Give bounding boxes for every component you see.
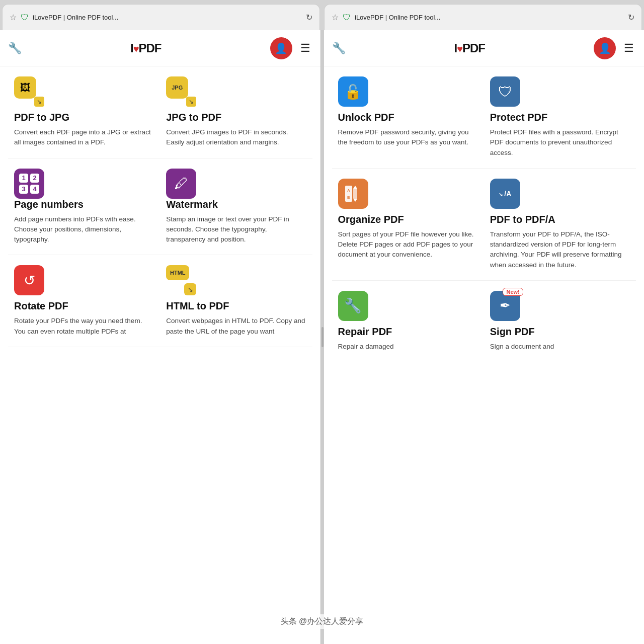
wrench-icon-left: 🔧 [8, 42, 22, 55]
organize-icon: A B [338, 179, 368, 209]
shield-icon-left: 🛡 [21, 13, 29, 22]
jpg-arrow: ↘ [186, 97, 196, 107]
menu-icon-left[interactable]: ☰ [298, 40, 312, 57]
tool-organize-pdf[interactable]: A B Organize PDF Sort pages of your PDF … [332, 169, 484, 281]
tool-desc-pdf-to-jpg: Convert each PDF page into a JPG or extr… [14, 127, 154, 148]
menu-icon-right[interactable]: ☰ [622, 40, 636, 57]
tab-left[interactable]: ☆ 🛡 iLovePDF | Online PDF tool... ↻ [2, 4, 320, 30]
tab-title-left: iLovePDF | Online PDF tool... [33, 14, 302, 21]
browser-tabs: ☆ 🛡 iLovePDF | Online PDF tool... ↻ ☆ 🛡 … [0, 0, 644, 30]
logo-right: I♥PDF [352, 41, 588, 55]
shield-icon-right: 🛡 [343, 13, 351, 22]
rotate-icon: ↺ [14, 265, 44, 295]
refresh-icon-left[interactable]: ↻ [306, 13, 312, 22]
tool-desc-sign-pdf: Sign a document and [490, 342, 630, 352]
tool-desc-watermark: Stamp an image or text over your PDF in … [166, 214, 306, 245]
tool-desc-protect-pdf: Protect PDF files with a password. Encry… [490, 127, 630, 158]
pdfa-icon: ↘ /A [490, 179, 520, 209]
svg-marker-4 [353, 199, 357, 202]
tab-right[interactable]: ☆ 🛡 iLovePDF | Online PDF tool... ↻ [324, 4, 642, 30]
tool-watermark[interactable]: 🖊 Watermark Stamp an image or text over … [160, 158, 312, 256]
html-badge: HTML [166, 265, 189, 280]
user-icon-left: 👤 [275, 42, 287, 54]
tool-name-sign-pdf: Sign PDF [490, 326, 630, 338]
right-header: 🔧 I♥PDF 👤 ☰ [324, 30, 645, 66]
tool-desc-repair-pdf: Repair a damaged [338, 342, 478, 352]
wrench-icon-right: 🔧 [332, 42, 346, 55]
user-button-right[interactable]: 👤 [594, 37, 616, 59]
right-tool-grid: 🔓 Unlock PDF Remove PDF password securit… [332, 66, 636, 362]
left-header: 🔧 I♥PDF 👤 ☰ [0, 30, 320, 66]
tool-name-jpg-to-pdf: JPG to PDF [166, 112, 306, 123]
tool-name-watermark: Watermark [166, 199, 306, 210]
tool-html-to-pdf[interactable]: HTML ↘ HTML to PDF Convert webpages in H… [160, 255, 312, 347]
user-button-left[interactable]: 👤 [270, 37, 292, 59]
html-icon-wrap: HTML ↘ [166, 265, 196, 295]
tool-page-numbers[interactable]: 1 2 3 4 Page numbers Add page numbers in… [8, 158, 160, 256]
jpg-badge: JPG [166, 76, 188, 99]
new-badge: New! [503, 288, 523, 296]
pdf-to-jpg-back-icon: 🖼 [14, 76, 36, 99]
tool-pdf-to-jpg[interactable]: 🖼 ↘ PDF to JPG Convert each PDF page int… [8, 66, 160, 158]
watermark-icon: 🖊 [166, 169, 196, 199]
right-content: 🔓 Unlock PDF Remove PDF password securit… [324, 66, 645, 644]
tool-repair-pdf[interactable]: 🔧 Repair PDF Repair a damaged [332, 281, 484, 362]
logo-left: I♥PDF [28, 41, 264, 55]
tool-name-repair-pdf: Repair PDF [338, 326, 478, 338]
tool-desc-organize-pdf: Sort pages of your PDF file however you … [338, 229, 478, 260]
tool-desc-pdf-to-pdfa: Transform your PDF to PDF/A, the ISO-sta… [490, 229, 630, 270]
svg-marker-3 [353, 186, 357, 189]
tool-desc-page-numbers: Add page numbers into PDFs with ease. Ch… [14, 214, 154, 245]
star-icon-right: ☆ [332, 13, 339, 22]
tool-pdf-to-pdfa[interactable]: ↘ /A PDF to PDF/A Transform your PDF to … [484, 169, 636, 281]
svg-rect-5 [353, 189, 357, 199]
repair-icon: 🔧 [338, 291, 368, 321]
tool-rotate-pdf[interactable]: ↺ Rotate PDF Rotate your PDFs the way yo… [8, 255, 160, 347]
left-pane: 🔧 I♥PDF 👤 ☰ 🖼 ↘ [0, 30, 321, 644]
tool-name-unlock-pdf: Unlock PDF [338, 112, 478, 123]
tool-name-page-numbers: Page numbers [14, 199, 154, 210]
tool-desc-rotate-pdf: Rotate your PDFs the way you need them. … [14, 316, 154, 337]
user-icon-right: 👤 [599, 42, 611, 54]
tab-title-right: iLovePDF | Online PDF tool... [355, 14, 624, 21]
tool-name-pdf-to-pdfa: PDF to PDF/A [490, 214, 630, 225]
tool-jpg-to-pdf[interactable]: JPG ↘ JPG to PDF Convert JPG images to P… [160, 66, 312, 158]
left-tool-grid: 🖼 ↘ PDF to JPG Convert each PDF page int… [8, 66, 312, 347]
divider-handle [321, 327, 324, 347]
tool-unlock-pdf[interactable]: 🔓 Unlock PDF Remove PDF password securit… [332, 66, 484, 169]
tool-desc-unlock-pdf: Remove PDF password security, giving you… [338, 127, 478, 148]
tool-desc-jpg-to-pdf: Convert JPG images to PDF in seconds. Ea… [166, 127, 306, 148]
html-arrow: ↘ [184, 283, 196, 295]
tool-name-pdf-to-jpg: PDF to JPG [14, 112, 154, 123]
svg-text:A: A [347, 188, 350, 193]
left-content: 🖼 ↘ PDF to JPG Convert each PDF page int… [0, 66, 320, 644]
tool-desc-html-to-pdf: Convert webpages in HTML to PDF. Copy an… [166, 316, 306, 337]
star-icon-left: ☆ [10, 13, 17, 22]
arrow-icon: ↘ [34, 97, 44, 107]
panes-container: 🔧 I♥PDF 👤 ☰ 🖼 ↘ [0, 30, 644, 644]
tool-name-html-to-pdf: HTML to PDF [166, 300, 306, 312]
page-numbers-icon: 1 2 3 4 [14, 169, 44, 199]
tool-protect-pdf[interactable]: 🛡 Protect PDF Protect PDF files with a p… [484, 66, 636, 169]
right-pane: 🔧 I♥PDF 👤 ☰ 🔓 Unlock PDF Remove PDF pass… [324, 30, 645, 644]
tool-sign-pdf[interactable]: ✒ New! Sign PDF Sign a document and [484, 281, 636, 362]
tool-name-organize-pdf: Organize PDF [338, 214, 478, 225]
svg-text:B: B [347, 195, 350, 200]
tool-name-rotate-pdf: Rotate PDF [14, 300, 154, 312]
protect-icon: 🛡 [490, 76, 520, 107]
refresh-icon-right[interactable]: ↻ [628, 13, 634, 22]
unlock-icon: 🔓 [338, 76, 368, 107]
tool-name-protect-pdf: Protect PDF [490, 112, 630, 123]
